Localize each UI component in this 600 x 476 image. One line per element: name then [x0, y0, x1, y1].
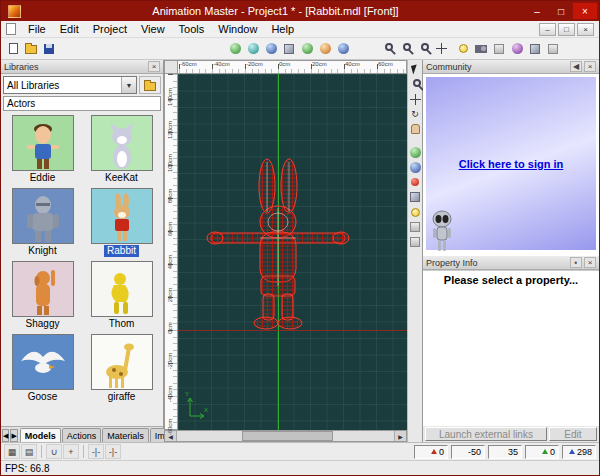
library-item-label[interactable]: KeeKat [102, 172, 141, 184]
render-mode-button[interactable] [454, 40, 472, 58]
library-item-label[interactable]: giraffe [105, 391, 139, 403]
knight-thumbnail[interactable] [12, 188, 74, 244]
chevron-down-icon[interactable]: ▼ [121, 77, 136, 93]
menu-edit[interactable]: Edit [53, 22, 86, 36]
new-action-button[interactable] [244, 40, 262, 58]
library-up-button[interactable] [139, 76, 161, 94]
zoom-tool-button[interactable] [408, 77, 422, 91]
new-model-button[interactable] [226, 40, 244, 58]
extra-tool-button[interactable] [408, 220, 422, 234]
grab-tool-button[interactable] [408, 122, 422, 136]
library-item-eddie[interactable]: Eddie [3, 115, 82, 184]
cp-weight-button[interactable] [408, 175, 422, 189]
tabs-scroll-left-icon[interactable]: ◀ [2, 429, 9, 442]
new-project-button[interactable] [4, 40, 22, 58]
close-button[interactable]: × [573, 3, 597, 19]
tabs-scroll-right-icon[interactable]: ▶ [10, 429, 17, 442]
library-item-label[interactable]: Eddie [27, 172, 59, 184]
extra-tool-button[interactable] [408, 235, 422, 249]
library-item-shaggy[interactable]: Shaggy [3, 261, 82, 330]
menu-window[interactable]: Window [211, 22, 264, 36]
magnet-snap-button[interactable]: ∪ [46, 444, 62, 459]
library-item-thom[interactable]: Thom [82, 261, 161, 330]
save-button[interactable] [40, 40, 58, 58]
move-tool-button[interactable] [408, 92, 422, 106]
options-button[interactable] [544, 40, 562, 58]
document-icon[interactable] [6, 23, 16, 35]
community-collapse-icon[interactable]: ◀ [570, 61, 582, 72]
pan-button[interactable] [432, 40, 450, 58]
open-project-button[interactable] [22, 40, 40, 58]
bones-mode-button[interactable] [508, 40, 526, 58]
zoom-fit-button[interactable] [414, 40, 432, 58]
menu-help[interactable]: Help [264, 22, 301, 36]
zoom-in-button[interactable] [378, 40, 396, 58]
group-tool-button[interactable] [408, 190, 422, 204]
edit-button[interactable]: Edit [549, 427, 597, 441]
property-close-icon[interactable]: × [584, 257, 596, 268]
scrollbar-track[interactable] [177, 431, 394, 441]
minimize-button[interactable]: – [525, 3, 549, 19]
library-item-goose[interactable]: Goose [3, 334, 82, 403]
rabbit-thumbnail[interactable] [91, 188, 153, 244]
add-point-button[interactable]: + [63, 444, 79, 459]
tab-actions[interactable]: Actions [62, 428, 102, 442]
new-camera-button[interactable] [298, 40, 316, 58]
select-tool-button[interactable] [408, 62, 422, 76]
menu-file[interactable]: File [21, 22, 53, 36]
scrollbar-thumb[interactable] [242, 431, 333, 441]
library-item-label[interactable]: Shaggy [23, 318, 63, 330]
library-item-rabbit[interactable]: Rabbit [82, 188, 161, 257]
library-item-label-selected[interactable]: Rabbit [104, 245, 139, 257]
pin-icon[interactable]: ▪ [570, 257, 582, 268]
launch-external-links-button[interactable]: Launch external links [425, 427, 547, 441]
giraffe-thumbnail[interactable] [91, 334, 153, 390]
maximize-button[interactable]: □ [549, 3, 573, 19]
menu-tools[interactable]: Tools [172, 22, 212, 36]
keekat-thumbnail[interactable] [91, 115, 153, 171]
shaggy-thumbnail[interactable] [12, 261, 74, 317]
menu-project[interactable]: Project [86, 22, 134, 36]
scroll-right-icon[interactable]: ▶ [394, 431, 406, 441]
tab-materials[interactable]: Materials [102, 428, 149, 442]
viewport-horizontal-scrollbar[interactable]: ◀ ▶ [164, 430, 407, 442]
new-image-button[interactable] [334, 40, 352, 58]
goose-thumbnail[interactable] [12, 334, 74, 390]
new-choreography-button[interactable] [262, 40, 280, 58]
model-mode-button[interactable] [408, 145, 422, 159]
library-item-knight[interactable]: Knight [3, 188, 82, 257]
mdi-close-button[interactable]: × [577, 23, 594, 36]
camera-view-button[interactable] [472, 40, 490, 58]
tab-models[interactable]: Models [20, 428, 61, 442]
bone-mode-button[interactable] [408, 160, 422, 174]
rabbit-wireframe-model[interactable] [205, 156, 351, 331]
mdi-restore-button[interactable]: □ [558, 23, 575, 36]
mdi-minimize-button[interactable]: – [539, 23, 556, 36]
menu-view[interactable]: View [134, 22, 172, 36]
libraries-close-icon[interactable]: × [148, 61, 160, 72]
snap-to-guide-button[interactable]: -|- [105, 444, 121, 459]
thom-thumbnail[interactable] [91, 261, 153, 317]
list-view-button[interactable]: ▤ [21, 444, 37, 459]
sign-in-link[interactable]: Click here to sign in [459, 158, 564, 170]
ruler-label: 60cm [167, 213, 173, 245]
library-item-label[interactable]: Thom [106, 318, 138, 330]
turn-tool-button[interactable]: ↻ [408, 107, 422, 121]
library-tabs: ◀ ▶ Models Actions Materials Images [1, 426, 163, 442]
model-viewport[interactable]: Y X [178, 74, 407, 430]
eddie-thumbnail[interactable] [12, 115, 74, 171]
grid-toggle-button[interactable]: ▦ [4, 444, 20, 459]
zoom-out-button[interactable] [396, 40, 414, 58]
snap-to-grid-button[interactable]: -|- [88, 444, 104, 459]
muscle-mode-button[interactable] [526, 40, 544, 58]
library-dropdown[interactable]: All Libraries ▼ [3, 76, 137, 94]
new-light-button[interactable] [316, 40, 334, 58]
community-close-icon[interactable]: × [584, 61, 596, 72]
library-item-keekat[interactable]: KeeKat [82, 115, 161, 184]
light-tool-button[interactable] [408, 205, 422, 219]
new-material-button[interactable] [280, 40, 298, 58]
library-item-giraffe[interactable]: giraffe [82, 334, 161, 403]
library-item-label[interactable]: Knight [25, 245, 59, 257]
library-item-label[interactable]: Goose [25, 391, 60, 403]
shaded-mode-button[interactable] [490, 40, 508, 58]
